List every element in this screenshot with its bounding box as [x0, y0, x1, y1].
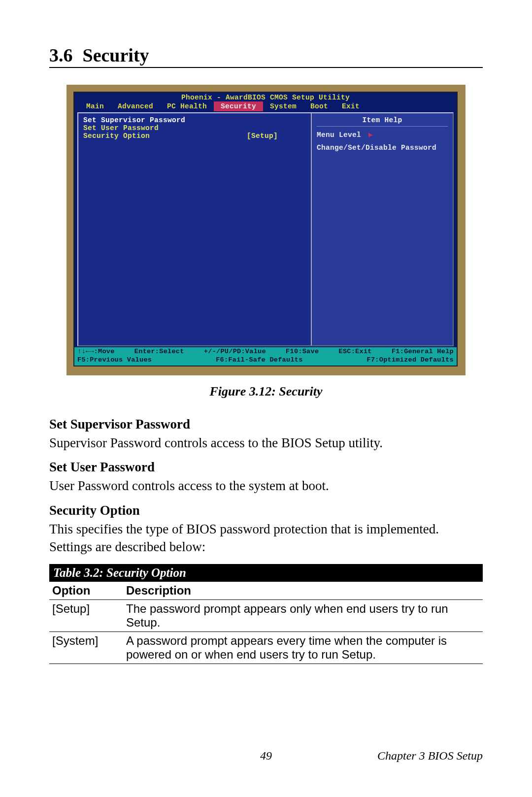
legend-move: ↑↓←→:Move: [77, 348, 115, 356]
bios-item-security-option[interactable]: Security Option [Setup]: [83, 132, 306, 140]
term-block: Set Supervisor Password Supervisor Passw…: [49, 417, 483, 452]
footer-spacer: [49, 749, 194, 763]
legend-exit: ESC:Exit: [339, 348, 372, 356]
menu-level-label: Menu Level: [317, 131, 361, 139]
help-text: Change/Set/Disable Password: [317, 144, 448, 152]
bios-item-label: Set User Password: [83, 124, 247, 132]
bios-title: Phoenix - AwardBIOS CMOS Setup Utility: [74, 93, 457, 101]
table-row: [System] A password prompt appears every…: [49, 631, 483, 664]
bios-help-pane: Item Help Menu Level ▶ Change/Set/Disabl…: [312, 113, 453, 345]
bios-photo-frame: Phoenix - AwardBIOS CMOS Setup Utility M…: [66, 85, 466, 375]
cell-option: [Setup]: [49, 599, 123, 631]
table-header-description: Description: [123, 582, 483, 600]
table-row: [Setup] The password prompt appears only…: [49, 599, 483, 631]
bios-item-label: Security Option: [83, 132, 247, 140]
legend-value: +/-/PU/PD:Value: [204, 348, 266, 356]
table-header-option: Option: [49, 582, 123, 600]
bios-screen: Phoenix - AwardBIOS CMOS Setup Utility M…: [73, 92, 458, 366]
tab-main[interactable]: Main: [79, 101, 111, 111]
legend-save: F10:Save: [286, 348, 319, 356]
section-title: Security: [83, 45, 149, 66]
term-block: Security Option This specifies the type …: [49, 503, 483, 556]
bios-item-value: [247, 124, 306, 132]
legend-row-2: F5:Previous Values F6:Fail-Safe Defaults…: [77, 356, 454, 365]
cell-description: The password prompt appears only when en…: [123, 599, 483, 631]
triangle-right-icon: ▶: [368, 131, 373, 139]
tab-system[interactable]: System: [263, 101, 303, 111]
bios-key-legend: ↑↓←→:Move Enter:Select +/-/PU/PD:Value F…: [74, 347, 457, 365]
bios-body: Set Supervisor Password Set User Passwor…: [77, 112, 454, 346]
bios-item-value: [Setup]: [247, 132, 306, 140]
cell-option: [System]: [49, 631, 123, 664]
help-heading: Item Help: [317, 116, 448, 127]
tab-boot[interactable]: Boot: [303, 101, 335, 111]
chapter-label: Chapter 3 BIOS Setup: [338, 749, 483, 763]
section-heading: 3.6Security: [49, 44, 483, 68]
term-heading: Set Supervisor Password: [49, 417, 483, 432]
term-body: This specifies the type of BIOS password…: [49, 520, 483, 556]
table-title: Table 3.2: Security Option: [49, 564, 483, 582]
security-option-table: Option Description [Setup] The password …: [49, 582, 483, 664]
legend-optimized: F7:Optimized Defaults: [367, 356, 454, 365]
tab-advanced[interactable]: Advanced: [111, 101, 160, 111]
bios-item-value: [247, 116, 306, 124]
tab-pc-health[interactable]: PC Health: [160, 101, 214, 111]
bios-item-label: Set Supervisor Password: [83, 116, 247, 124]
section-number: 3.6: [49, 45, 73, 66]
term-block: Set User Password User Password controls…: [49, 460, 483, 495]
legend-select: Enter:Select: [134, 348, 184, 356]
term-body: Supervisor Password controls access to t…: [49, 434, 483, 452]
legend-help: F1:General Help: [392, 348, 454, 356]
bios-item-supervisor[interactable]: Set Supervisor Password: [83, 116, 306, 124]
cell-description: A password prompt appears every time whe…: [123, 631, 483, 664]
term-heading: Security Option: [49, 503, 483, 518]
bios-tab-bar: Main Advanced PC Health Security System …: [74, 101, 457, 111]
legend-failsafe: F6:Fail-Safe Defaults: [216, 356, 302, 365]
page-footer: 49 Chapter 3 BIOS Setup: [49, 749, 483, 763]
term-heading: Set User Password: [49, 460, 483, 475]
legend-prev: F5:Previous Values: [77, 356, 152, 365]
tab-security[interactable]: Security: [214, 101, 263, 111]
bios-item-user[interactable]: Set User Password: [83, 124, 306, 132]
menu-level-row: Menu Level ▶: [317, 131, 448, 139]
tab-exit[interactable]: Exit: [335, 101, 366, 111]
figure-caption: Figure 3.12: Security: [49, 384, 483, 399]
bios-left-pane: Set Supervisor Password Set User Passwor…: [78, 113, 312, 345]
term-body: User Password controls access to the sys…: [49, 477, 483, 495]
legend-row-1: ↑↓←→:Move Enter:Select +/-/PU/PD:Value F…: [77, 348, 454, 356]
page-number: 49: [194, 749, 338, 763]
